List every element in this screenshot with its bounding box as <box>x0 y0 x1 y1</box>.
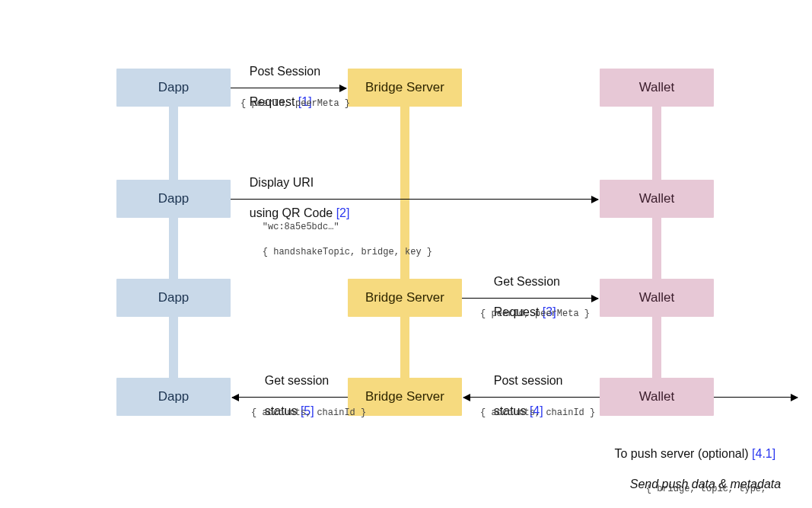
label-step-2-l1: Display URI <box>250 176 314 189</box>
label-step-4-1-ref: [4.1] <box>752 447 775 460</box>
label-step-1: Post Session Request [1] <box>236 49 320 125</box>
label-step-4: Post session status [4] <box>480 358 563 434</box>
lifeline-bridge-2 <box>400 317 409 378</box>
label-step-3: Get Session Request [3] <box>480 259 560 335</box>
node-wallet-4: Wallet <box>600 378 714 416</box>
payload-step-2-l2: { handshakeTopic, bridge, key } <box>263 247 432 257</box>
payload-step-2: "wc:8a5e5bdc…" { handshakeTopic, bridge,… <box>240 209 432 270</box>
lifeline-wallet-3 <box>652 317 661 378</box>
lifeline-wallet-1 <box>652 107 661 180</box>
label-step-4-l1: Post session <box>494 374 563 387</box>
node-wallet-3: Wallet <box>600 279 714 317</box>
node-dapp-1: Dapp <box>116 69 231 107</box>
payload-step-4-1-l1: { bridge, topic, type, <box>646 484 766 494</box>
lifeline-dapp-2 <box>169 218 178 279</box>
lifeline-wallet-2 <box>652 218 661 279</box>
diagram-stage: Dapp Bridge Server Wallet Dapp Wallet Da… <box>0 0 812 508</box>
lifeline-dapp-3 <box>169 317 178 378</box>
label-step-5: Get session status [5] <box>251 358 329 434</box>
payload-step-4-1: { bridge, topic, type, token, peerName, … <box>624 471 805 508</box>
payload-step-1: { peerId, peerMeta } <box>240 97 350 110</box>
label-step-4-1-title: To push server (optional) <box>615 447 753 460</box>
node-dapp-2: Dapp <box>116 180 231 218</box>
node-wallet-1: Wallet <box>600 69 714 107</box>
node-dapp-3: Dapp <box>116 279 231 317</box>
label-step-3-l1: Get Session <box>494 275 560 288</box>
payload-step-4: { accounts, chainId } <box>480 407 595 419</box>
payload-step-5: { accounts, chainId } <box>251 407 366 419</box>
node-dapp-4: Dapp <box>116 378 231 416</box>
label-step-5-l1: Get session <box>265 374 329 387</box>
payload-step-3: { peerId, peerMeta } <box>480 308 590 320</box>
label-step-1-l1: Post Session <box>250 65 320 78</box>
lifeline-dapp-1 <box>169 107 178 180</box>
node-bridge-1: Bridge Server <box>348 69 462 107</box>
arrow-step-4-1 <box>714 397 798 398</box>
node-wallet-2: Wallet <box>600 180 714 218</box>
node-bridge-3: Bridge Server <box>348 279 462 317</box>
payload-step-2-l1: "wc:8a5e5bdc…" <box>263 222 339 232</box>
